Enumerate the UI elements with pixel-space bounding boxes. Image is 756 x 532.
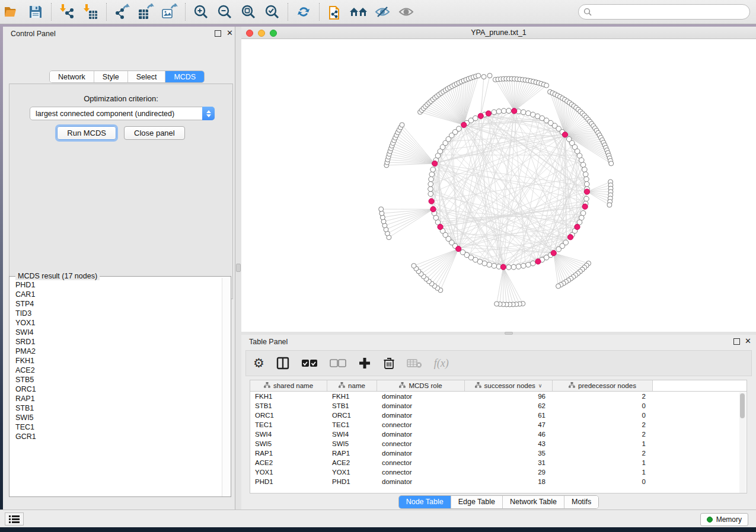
table-row[interactable]: ACE2ACE2connector311 <box>250 458 747 467</box>
result-list-item[interactable]: ACE2 <box>11 366 222 375</box>
mcds-hub-node[interactable] <box>429 198 434 204</box>
leaf-node[interactable] <box>556 284 561 289</box>
table-cell[interactable]: dominator <box>377 401 465 411</box>
table-cell[interactable]: RAP1 <box>250 448 327 458</box>
ring-node[interactable] <box>428 191 433 197</box>
table-cell[interactable]: ORC1 <box>250 411 327 420</box>
ring-node[interactable] <box>556 246 562 252</box>
table-cell[interactable]: YOX1 <box>327 467 377 477</box>
leaf-node[interactable] <box>400 123 404 127</box>
deselect-all-icon[interactable] <box>330 354 346 372</box>
save-session-icon[interactable] <box>25 3 46 21</box>
import-table-icon[interactable] <box>81 3 101 21</box>
mcds-hub-node[interactable] <box>575 224 580 229</box>
mcds-hub-node[interactable] <box>500 264 506 270</box>
ring-node[interactable] <box>506 108 512 114</box>
tab-node-table[interactable]: Node Table <box>399 496 451 508</box>
table-row[interactable]: SWI4SWI4dominator462 <box>250 430 747 439</box>
clone-network-icon[interactable] <box>325 3 345 21</box>
table-scrollbar[interactable] <box>739 392 746 493</box>
table-row[interactable]: FKH1FKH1dominator962 <box>250 392 747 401</box>
ring-node[interactable] <box>530 261 535 266</box>
leaf-node[interactable] <box>412 264 416 268</box>
ring-node[interactable] <box>429 177 434 182</box>
ring-node[interactable] <box>584 181 589 187</box>
mcds-hub-node[interactable] <box>486 111 491 116</box>
result-list-item[interactable]: STB1 <box>11 403 222 413</box>
ring-node[interactable] <box>429 172 435 177</box>
ring-node[interactable] <box>521 110 526 115</box>
table-cell[interactable]: connector <box>377 420 465 430</box>
tab-motifs[interactable]: Motifs <box>564 496 598 508</box>
table-row[interactable]: SWI5SWI5connector431 <box>250 439 747 448</box>
close-panel-button[interactable]: Close panel <box>124 126 185 140</box>
delete-row-trash-icon[interactable] <box>383 354 395 372</box>
ring-node[interactable] <box>583 172 588 177</box>
show-all-eye-icon[interactable] <box>396 3 416 21</box>
table-cell[interactable]: 62 <box>465 401 553 411</box>
ring-node[interactable] <box>428 181 433 187</box>
table-cell[interactable]: YOX1 <box>250 467 327 477</box>
ring-node[interactable] <box>580 162 586 168</box>
table-cell[interactable]: 43 <box>465 439 553 448</box>
table-cell[interactable]: 2 <box>553 430 653 439</box>
ring-node[interactable] <box>501 108 506 114</box>
table-cell[interactable]: 47 <box>465 420 553 430</box>
refresh-layout-icon[interactable] <box>294 3 314 21</box>
table-cell[interactable]: TEC1 <box>327 420 377 430</box>
table-cell[interactable]: 2 <box>553 420 653 430</box>
mcds-hub-node[interactable] <box>438 224 443 229</box>
table-row[interactable]: PHD1PHD1dominator180 <box>250 477 747 486</box>
result-list-item[interactable]: PHD1 <box>11 280 222 290</box>
ring-node[interactable] <box>511 264 516 270</box>
tab-network[interactable]: Network <box>50 71 94 82</box>
float-window-icon[interactable] <box>733 338 740 345</box>
ring-node[interactable] <box>457 126 462 132</box>
result-list-item[interactable]: PMA2 <box>11 347 222 356</box>
table-cell[interactable]: dominator <box>377 430 465 439</box>
result-list-item[interactable]: STP4 <box>11 299 222 309</box>
table-options-gear-icon[interactable]: ⚙ <box>253 354 264 372</box>
zoom-selected-icon[interactable] <box>262 3 282 21</box>
table-cell[interactable]: STB1 <box>327 401 377 411</box>
mcds-hub-node[interactable] <box>584 189 589 194</box>
table-cell[interactable]: FKH1 <box>250 392 327 401</box>
result-list-scrollbar[interactable] <box>222 278 229 496</box>
leaf-node[interactable] <box>476 73 481 78</box>
scrollbar-thumb[interactable] <box>740 393 745 418</box>
column-header-name[interactable]: name <box>327 380 377 391</box>
table-row[interactable]: STB1STB1dominator620 <box>250 401 747 411</box>
table-cell[interactable]: PHD1 <box>327 477 377 486</box>
leaf-node[interactable] <box>379 207 384 211</box>
table-row[interactable]: ORC1ORC1dominator610 <box>250 411 747 420</box>
column-header-MCDS-role[interactable]: MCDS role <box>377 380 465 391</box>
table-cell[interactable]: 2 <box>553 448 653 458</box>
ring-node[interactable] <box>526 262 531 268</box>
ring-node[interactable] <box>430 167 436 172</box>
table-cell[interactable]: 96 <box>465 392 553 401</box>
table-cell[interactable]: dominator <box>377 448 465 458</box>
table-cell[interactable]: 46 <box>465 430 553 439</box>
result-list-item[interactable]: ORC1 <box>11 384 222 394</box>
zoom-out-icon[interactable] <box>215 3 235 21</box>
table-cell[interactable]: 61 <box>465 411 553 420</box>
ring-node[interactable] <box>473 116 478 121</box>
table-cell[interactable]: connector <box>377 439 465 448</box>
search-input[interactable] <box>578 4 750 20</box>
table-cell[interactable]: dominator <box>377 392 465 401</box>
add-row-icon[interactable] <box>358 354 371 372</box>
table-cell[interactable]: SWI5 <box>327 439 377 448</box>
export-table-icon[interactable] <box>136 3 156 21</box>
result-list-item[interactable]: FKH1 <box>11 356 222 366</box>
mcds-hub-node[interactable] <box>478 113 483 118</box>
tab-mcds[interactable]: MCDS <box>165 71 204 82</box>
result-list-item[interactable]: YOX1 <box>11 318 222 328</box>
ring-node[interactable] <box>582 167 588 172</box>
table-cell[interactable]: 0 <box>553 401 653 411</box>
ring-node[interactable] <box>428 187 433 192</box>
leaf-node[interactable] <box>544 83 549 88</box>
import-network-icon[interactable] <box>57 3 77 21</box>
mcds-hub-node[interactable] <box>562 132 567 137</box>
mcds-hub-node[interactable] <box>535 259 541 264</box>
mcds-hub-node[interactable] <box>551 251 556 256</box>
